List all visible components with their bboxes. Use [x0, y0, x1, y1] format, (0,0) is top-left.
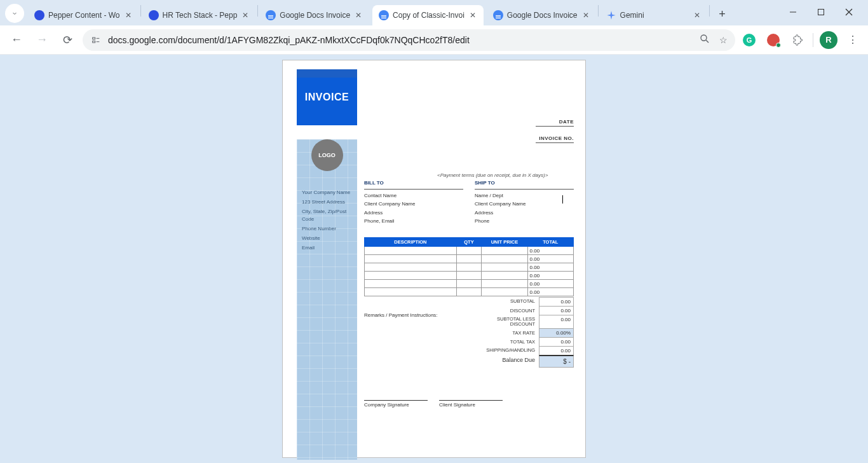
zoom-icon[interactable]: [699, 33, 710, 46]
bookmark-icon[interactable]: ☆: [719, 35, 728, 45]
tab-strip: Pepper Content - Wo ✕ HR Tech Stack - Pe…: [0, 0, 868, 25]
invoice-meta: DATE INVOICE NO.: [536, 119, 574, 152]
close-icon[interactable]: ✕: [581, 11, 590, 20]
tab-docs-invoice-1[interactable]: Google Docs Invoice ✕: [259, 5, 369, 25]
docs-icon: [379, 10, 389, 20]
tab-title: Copy of Classic-Invoi: [393, 11, 465, 20]
bill-to-header: BILL TO: [364, 179, 463, 190]
svg-rect-1: [818, 10, 824, 15]
back-button[interactable]: ←: [6, 30, 27, 50]
docs-icon: [493, 10, 503, 20]
ship-phone: Phone: [475, 217, 574, 226]
menu-icon[interactable]: ⋮: [844, 31, 862, 49]
payment-terms: <Payment terms (due on receipt, due in X…: [437, 172, 574, 178]
invoice-title: INVOICE: [305, 92, 349, 103]
document-page[interactable]: INVOICE LOGO Your Company Name 123 Stree…: [282, 60, 586, 458]
table-row: 0.00: [365, 255, 574, 263]
tab-copy-classic-invoice[interactable]: Copy of Classic-Invoi ✕: [372, 5, 484, 25]
company-phone: Phone Number: [302, 225, 352, 233]
extensions-icon[interactable]: [789, 31, 806, 49]
close-icon[interactable]: ✕: [124, 11, 133, 20]
ship-company: Client Company Name: [475, 200, 574, 209]
total-tax-label: TOTAL TAX: [472, 338, 539, 347]
close-icon[interactable]: ✕: [241, 11, 250, 20]
subtotal-less-label: SUBTOTAL LESS DISCOUNT: [472, 315, 539, 329]
ship-name: Name / Dept: [475, 191, 574, 200]
company-addr2: City, State, Zip/Post Code: [302, 208, 352, 225]
forward-button[interactable]: →: [32, 30, 52, 50]
gemini-icon: [606, 10, 616, 20]
tax-rate-value: 0.00%: [539, 329, 574, 338]
shipping-value: 0.00: [539, 347, 574, 356]
tab-title: Google Docs Invoice: [280, 11, 350, 20]
url-text: docs.google.com/document/d/1AFYGM82Zkqi_…: [108, 35, 470, 45]
sidebar-body: LOGO Your Company Name 123 Street Addres…: [297, 139, 357, 460]
table-row: 0.00: [365, 247, 574, 255]
tax-rate-label: TAX RATE: [472, 329, 539, 338]
balance-due-label: Balance Due: [472, 356, 539, 368]
tab-title: Pepper Content - Wo: [48, 11, 120, 20]
tab-title: HR Tech Stack - Pepp: [163, 11, 238, 20]
company-name: Your Company Name: [302, 189, 352, 197]
subtotal-label: SUBTOTAL: [472, 297, 539, 307]
tab-hr-tech[interactable]: HR Tech Stack - Pepp ✕: [142, 5, 257, 25]
tab-title: Google Docs Invoice: [507, 11, 578, 20]
invoice-no-label: INVOICE NO.: [536, 135, 574, 143]
subtotal-value: 0.00: [539, 297, 574, 307]
svg-rect-5: [93, 41, 95, 43]
date-label: DATE: [536, 119, 574, 127]
bill-phone-email: Phone, Email: [364, 217, 463, 226]
profile-button[interactable]: R: [820, 31, 837, 49]
bill-contact: Contact Name: [364, 191, 463, 200]
extension-adblock-icon[interactable]: [764, 31, 782, 49]
bill-address: Address: [364, 209, 463, 218]
tab-docs-invoice-2[interactable]: Google Docs Invoice ✕: [487, 5, 597, 25]
tab-favicon: [34, 10, 44, 20]
text-cursor: [562, 195, 563, 204]
ship-to-header: SHIP TO: [475, 179, 574, 190]
site-info-icon[interactable]: [90, 34, 102, 46]
company-signature: Company Signature: [364, 400, 428, 408]
tab-gemini[interactable]: Gemini ✕: [600, 5, 708, 25]
company-website: Website: [302, 235, 352, 243]
total-tax-value: 0.00: [539, 338, 574, 347]
signatures: Company Signature Client Signature: [364, 400, 503, 408]
address-bar[interactable]: docs.google.com/document/d/1AFYGM82Zkqi_…: [83, 29, 735, 51]
close-icon[interactable]: ✕: [468, 11, 477, 20]
invoice-header-box: INVOICE: [297, 69, 357, 125]
line-items-table: DESCRIPTION QTY UNIT PRICE TOTAL 0.00 0.…: [364, 237, 574, 296]
ship-address: Address: [475, 209, 574, 218]
docs-icon: [266, 10, 276, 20]
company-addr1: 123 Street Address: [302, 198, 352, 207]
col-description: DESCRIPTION: [365, 238, 457, 247]
toolbar: ← → ⟳ docs.google.com/document/d/1AFYGM8…: [0, 25, 868, 55]
extension-grammarly-icon[interactable]: G: [740, 31, 758, 49]
col-unit-price: UNIT PRICE: [482, 238, 527, 247]
document-viewport[interactable]: INVOICE LOGO Your Company Name 123 Stree…: [0, 55, 868, 463]
tab-pepper-content[interactable]: Pepper Content - Wo ✕: [28, 5, 139, 25]
table-row: 0.00: [365, 280, 574, 288]
tab-favicon: [149, 10, 159, 20]
new-tab-button[interactable]: +: [714, 5, 731, 23]
close-icon[interactable]: ✕: [354, 11, 363, 20]
svg-line-9: [706, 40, 709, 43]
company-email: Email: [302, 244, 352, 252]
tab-title: Gemini: [620, 11, 689, 20]
table-row: 0.00: [365, 288, 574, 296]
bill-company: Client Company Name: [364, 200, 463, 209]
search-tabs-button[interactable]: [5, 4, 24, 23]
close-icon[interactable]: ✕: [693, 11, 702, 20]
maximize-button[interactable]: [807, 3, 835, 22]
ship-to-column: SHIP TO Name / Dept Client Company Name …: [475, 179, 574, 226]
window-controls: [779, 3, 863, 25]
discount-value: 0.00: [539, 307, 574, 315]
col-total: TOTAL: [527, 238, 573, 247]
reload-button[interactable]: ⟳: [57, 30, 78, 50]
company-info: Your Company Name 123 Street Address Cit…: [297, 189, 357, 252]
close-window-button[interactable]: [835, 3, 863, 22]
invoice-sidebar: INVOICE LOGO Your Company Name 123 Stree…: [297, 69, 357, 446]
table-row: 0.00: [365, 272, 574, 280]
logo-placeholder: LOGO: [311, 139, 343, 171]
minimize-button[interactable]: [779, 3, 807, 22]
client-signature: Client Signature: [439, 400, 503, 408]
